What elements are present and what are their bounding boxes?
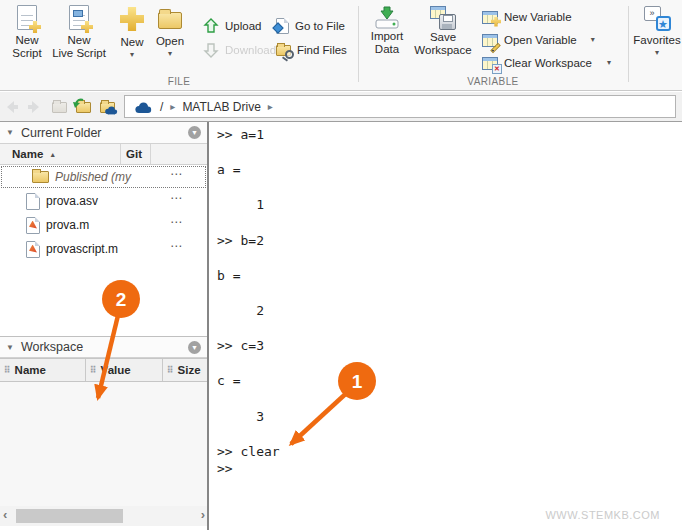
workspace-size-label: Size bbox=[178, 364, 201, 376]
new-label: New bbox=[120, 36, 143, 49]
file-name: prova.m bbox=[46, 218, 89, 232]
open-dropdown-button[interactable]: Open ▾ bbox=[150, 5, 190, 58]
ribbon-toolbar: New Script New Live Script New ▾ Open ▾ … bbox=[0, 0, 682, 91]
cloud-folder-icon[interactable] bbox=[100, 102, 115, 113]
new-dropdown-button[interactable]: New ▾ bbox=[112, 5, 152, 59]
column-header-git[interactable]: Git bbox=[120, 144, 150, 164]
ribbon-divider bbox=[358, 6, 359, 82]
matlab-file-icon bbox=[26, 217, 40, 234]
new-script-label-2: Script bbox=[12, 47, 41, 60]
download-button[interactable]: Download bbox=[203, 40, 276, 60]
new-live-script-label-1: New bbox=[67, 34, 90, 47]
favorites-label: Favorites bbox=[633, 34, 680, 47]
forward-icon[interactable] bbox=[26, 99, 42, 115]
find-files-icon bbox=[276, 45, 291, 56]
variable-section-label: VARIABLE bbox=[358, 76, 628, 87]
workspace-name-label: Name bbox=[15, 364, 46, 376]
folder-icon bbox=[32, 171, 49, 183]
upload-label: Upload bbox=[225, 20, 261, 32]
favorites-icon: » ★ bbox=[644, 6, 671, 31]
row-menu-icon[interactable]: ⋯ bbox=[170, 239, 183, 253]
left-sidebar: ▼ Current Folder ▼ Name ▲ Git Published … bbox=[0, 122, 209, 530]
breadcrumb-matlab-drive[interactable]: MATLAB Drive bbox=[182, 100, 260, 114]
horizontal-scrollbar[interactable]: ‹ › bbox=[0, 506, 207, 526]
sort-ascending-icon: ▲ bbox=[49, 151, 56, 158]
new-live-script-icon bbox=[69, 5, 89, 30]
scroll-right-icon[interactable]: › bbox=[201, 507, 205, 522]
command-window[interactable]: >> a=1 a = 1 >> b=2 b = 2 >> c=3 c = 3 >… bbox=[211, 122, 682, 530]
import-data-icon bbox=[374, 5, 400, 29]
breadcrumb[interactable]: / ▸ MATLAB Drive ▸ bbox=[124, 95, 676, 118]
new-script-button[interactable]: New Script bbox=[4, 5, 50, 60]
drag-handle-icon[interactable]: ⠿ bbox=[90, 365, 97, 375]
file-row-provascript-m[interactable]: provascript.m ⋯ bbox=[0, 237, 207, 261]
column-header-name[interactable]: Name ▲ bbox=[0, 148, 120, 160]
open-variable-icon bbox=[482, 34, 498, 47]
row-menu-icon[interactable]: ⋯ bbox=[170, 191, 183, 205]
parent-folder-icon[interactable] bbox=[52, 102, 67, 113]
workspace-column-name[interactable]: ⠿ Name bbox=[0, 359, 85, 381]
go-to-file-icon bbox=[276, 18, 289, 34]
clear-workspace-label: Clear Workspace bbox=[504, 57, 592, 69]
clear-workspace-icon: ✕ bbox=[482, 57, 498, 70]
file-section-label: FILE bbox=[0, 76, 358, 87]
scroll-left-icon[interactable]: ‹ bbox=[3, 507, 7, 522]
go-to-file-label: Go to File bbox=[295, 20, 345, 32]
workspace-column-size[interactable]: ⠿ Size bbox=[162, 359, 207, 381]
scrollbar-thumb[interactable] bbox=[16, 509, 123, 523]
workspace-empty-body bbox=[0, 382, 207, 506]
new-live-script-button[interactable]: New Live Script bbox=[48, 5, 110, 60]
save-workspace-button[interactable]: Save Workspace bbox=[412, 5, 474, 57]
file-name: provascript.m bbox=[46, 242, 118, 256]
back-icon[interactable] bbox=[4, 99, 20, 115]
row-menu-icon[interactable]: ⋯ bbox=[170, 167, 183, 181]
current-folder-title: Current Folder bbox=[21, 126, 188, 140]
command-window-text: >> a=1 a = 1 >> b=2 b = 2 >> c=3 c = 3 >… bbox=[211, 122, 682, 478]
matlab-file-icon bbox=[26, 241, 40, 258]
new-script-label-1: New bbox=[15, 34, 38, 47]
row-menu-icon[interactable]: ⋯ bbox=[170, 215, 183, 229]
drag-handle-icon[interactable]: ⠿ bbox=[4, 365, 11, 375]
watermark: WWW.STEMKB.COM bbox=[545, 509, 660, 521]
current-folder-menu-button[interactable]: ▼ bbox=[188, 126, 201, 139]
file-row-published[interactable]: Published (my ⋯ bbox=[0, 165, 207, 189]
find-files-button[interactable]: Find Files bbox=[276, 40, 347, 60]
clear-workspace-button[interactable]: ✕ Clear Workspace ▾ bbox=[482, 53, 611, 73]
open-label: Open bbox=[156, 35, 184, 48]
save-workspace-icon bbox=[430, 5, 456, 30]
browse-folder-icon[interactable] bbox=[76, 102, 91, 113]
breadcrumb-root[interactable]: / bbox=[160, 100, 163, 114]
file-row-prova-m[interactable]: prova.m ⋯ bbox=[0, 213, 207, 237]
import-data-button[interactable]: Import Data bbox=[362, 5, 412, 56]
address-bar: / ▸ MATLAB Drive ▸ bbox=[0, 92, 682, 122]
open-variable-label: Open Variable bbox=[504, 34, 577, 46]
download-icon bbox=[203, 42, 219, 58]
matlab-drive-cloud-icon bbox=[133, 100, 153, 114]
workspace-menu-button[interactable]: ▼ bbox=[188, 341, 201, 354]
go-to-file-button[interactable]: Go to File bbox=[276, 16, 345, 36]
find-files-label: Find Files bbox=[297, 44, 347, 56]
download-label: Download bbox=[225, 44, 276, 56]
breadcrumb-separator-icon: ▸ bbox=[170, 101, 175, 112]
upload-icon bbox=[203, 18, 219, 34]
new-script-icon bbox=[17, 5, 37, 30]
new-variable-button[interactable]: New Variable bbox=[482, 7, 572, 27]
collapse-panel-icon[interactable]: ▼ bbox=[6, 343, 14, 352]
clear-workspace-caret-icon: ▾ bbox=[607, 59, 611, 67]
file-icon bbox=[26, 193, 40, 210]
workspace-header: ▼ Workspace ▼ bbox=[0, 336, 207, 358]
workspace-column-value[interactable]: ⠿ Value bbox=[85, 359, 162, 381]
git-column-label: Git bbox=[126, 148, 142, 160]
collapse-panel-icon[interactable]: ▼ bbox=[6, 128, 14, 137]
upload-button[interactable]: Upload bbox=[203, 16, 261, 36]
file-row-prova-asv[interactable]: prova.asv ⋯ bbox=[0, 189, 207, 213]
open-variable-button[interactable]: Open Variable ▾ bbox=[482, 30, 595, 50]
import-data-label-1: Import bbox=[371, 30, 404, 43]
matlab-online-window: New Script New Live Script New ▾ Open ▾ … bbox=[0, 0, 682, 530]
save-workspace-label-1: Save bbox=[430, 31, 456, 44]
new-variable-label: New Variable bbox=[504, 11, 572, 23]
panel-menu-caret-icon: ▼ bbox=[191, 344, 198, 351]
ribbon-divider bbox=[628, 6, 629, 82]
favorites-button[interactable]: » ★ Favorites ▾ bbox=[632, 5, 682, 57]
drag-handle-icon[interactable]: ⠿ bbox=[167, 365, 174, 375]
